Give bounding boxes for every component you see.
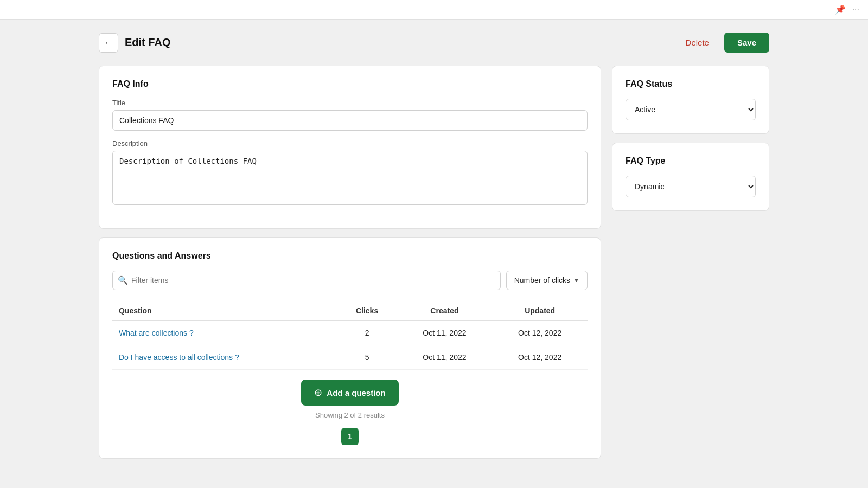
add-question-label: Add a question [327, 388, 385, 397]
faq-type-select[interactable]: Dynamic Static [626, 176, 756, 197]
faq-type-title: FAQ Type [626, 156, 756, 166]
table-cell-created: Oct 11, 2022 [397, 321, 493, 345]
page-header: ← Edit FAQ Delete Save [99, 33, 769, 53]
faq-status-card: FAQ Status Active Inactive [612, 66, 769, 134]
header-actions: Delete Save [679, 33, 769, 53]
qa-toolbar: 🔍 Number of clicks ▼ [112, 271, 588, 290]
table-cell-question: What are collections ? [112, 321, 337, 345]
save-button[interactable]: Save [724, 33, 769, 53]
add-question-button[interactable]: ⊕ Add a question [301, 380, 398, 406]
table-cell-updated: Oct 12, 2022 [492, 345, 588, 370]
right-column: FAQ Status Active Inactive FAQ Type Dyna… [612, 66, 769, 211]
description-field-group: Description Description of Collections F… [112, 139, 588, 207]
table-row: What are collections ? 2 Oct 11, 2022 Oc… [112, 321, 588, 345]
search-icon: 🔍 [118, 275, 128, 285]
question-link[interactable]: What are collections ? [119, 329, 194, 337]
col-clicks: Clicks [337, 301, 397, 321]
col-created: Created [397, 301, 493, 321]
search-input[interactable] [112, 271, 501, 290]
description-input[interactable]: Description of Collections FAQ [112, 151, 588, 205]
questions-answers-card: Questions and Answers 🔍 Number of clicks… [99, 237, 601, 459]
title-field-group: Title [112, 99, 588, 131]
page-wrapper: ← Edit FAQ Delete Save FAQ Info Title De… [81, 20, 787, 472]
description-label: Description [112, 139, 588, 147]
page-1-button[interactable]: 1 [341, 428, 359, 445]
results-text: Showing 2 of 2 results [315, 411, 385, 419]
sort-label: Number of clicks [514, 276, 570, 285]
table-cell-created: Oct 11, 2022 [397, 345, 493, 370]
col-question: Question [112, 301, 337, 321]
table-cell-clicks: 5 [337, 345, 397, 370]
chevron-down-icon: ▼ [573, 277, 579, 284]
search-wrapper: 🔍 [112, 271, 501, 290]
back-button[interactable]: ← [99, 33, 118, 53]
qa-table: Question Clicks Created Updated What are… [112, 301, 588, 370]
question-link[interactable]: Do I have access to all collections ? [119, 353, 239, 362]
pagination: 1 [341, 428, 359, 445]
sort-button[interactable]: Number of clicks ▼ [506, 271, 588, 290]
faq-info-title: FAQ Info [112, 79, 588, 89]
delete-button[interactable]: Delete [679, 34, 716, 52]
faq-status-title: FAQ Status [626, 79, 756, 89]
main-content: FAQ Info Title Description Description o… [99, 66, 769, 459]
qa-title: Questions and Answers [112, 251, 588, 261]
table-cell-clicks: 2 [337, 321, 397, 345]
plus-circle-icon: ⊕ [314, 387, 322, 399]
table-row: Do I have access to all collections ? 5 … [112, 345, 588, 370]
left-column: FAQ Info Title Description Description o… [99, 66, 601, 459]
table-header-row: Question Clicks Created Updated [112, 301, 588, 321]
more-icon[interactable]: ··· [852, 5, 859, 15]
page-header-left: ← Edit FAQ [99, 33, 170, 53]
page-title: Edit FAQ [125, 36, 170, 49]
faq-status-select[interactable]: Active Inactive [626, 99, 756, 120]
title-label: Title [112, 99, 588, 107]
table-cell-question: Do I have access to all collections ? [112, 345, 337, 370]
pin-icon[interactable]: 📌 [835, 4, 846, 15]
faq-info-card: FAQ Info Title Description Description o… [99, 66, 601, 229]
col-updated: Updated [492, 301, 588, 321]
faq-type-card: FAQ Type Dynamic Static [612, 143, 769, 211]
title-input[interactable] [112, 110, 588, 131]
table-cell-updated: Oct 12, 2022 [492, 321, 588, 345]
topbar: 📌 ··· [0, 0, 868, 20]
